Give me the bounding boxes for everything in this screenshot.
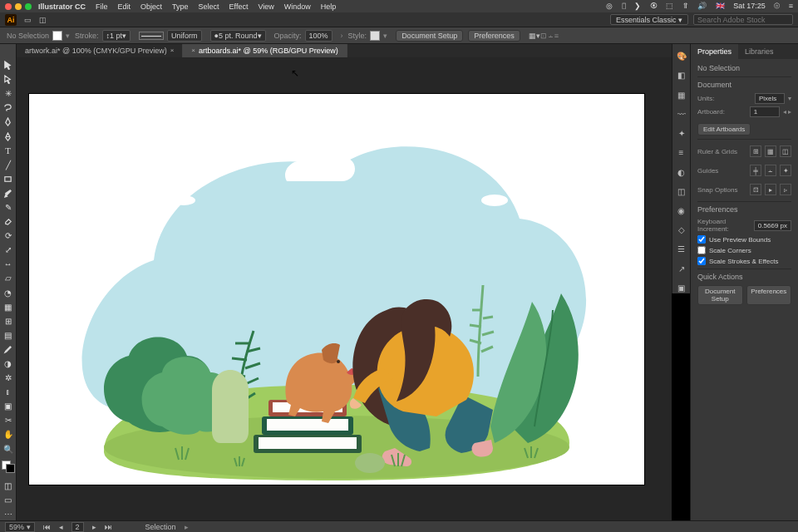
column-graph-tool[interactable]: ⫾ bbox=[2, 386, 15, 398]
flag-icon[interactable]: 🇬🇧 bbox=[716, 2, 725, 10]
fill-swatch[interactable] bbox=[52, 31, 62, 41]
line-tool[interactable]: ╱ bbox=[2, 159, 15, 171]
artboards-panel-icon[interactable]: ▣ bbox=[676, 283, 687, 293]
bridge-icon[interactable]: ▭ bbox=[22, 14, 33, 26]
stroke-weight-field[interactable]: ↕ 1 pt ▾ bbox=[102, 30, 131, 42]
units-select[interactable]: Pixels bbox=[755, 93, 785, 104]
window-controls[interactable] bbox=[5, 3, 32, 10]
spotlight-icon[interactable]: ⦾ bbox=[774, 2, 780, 10]
style-swatch[interactable] bbox=[370, 31, 380, 41]
tab-libraries[interactable]: Libraries bbox=[738, 44, 781, 59]
opacity-field[interactable]: 100% bbox=[305, 30, 332, 42]
snap-pixel-icon[interactable]: ▹ bbox=[780, 184, 791, 195]
slice-tool[interactable]: ✂ bbox=[2, 414, 15, 426]
notifications-icon[interactable]: ≡ bbox=[789, 2, 793, 10]
selection-tool[interactable] bbox=[2, 59, 15, 71]
document-tab[interactable]: artwork.ai* @ 100% (CMYK/GPU Preview)× bbox=[17, 44, 183, 57]
eraser-tool[interactable] bbox=[2, 215, 15, 228]
arrange-icon[interactable]: ◫ bbox=[37, 14, 48, 26]
magic-wand-tool[interactable]: ✳ bbox=[2, 87, 15, 100]
curvature-tool[interactable] bbox=[2, 130, 15, 142]
blend-tool[interactable]: ◑ bbox=[2, 357, 15, 370]
artboard-nav-last[interactable]: ⏭ bbox=[105, 523, 112, 531]
artboard-current[interactable]: 2 bbox=[71, 522, 84, 532]
symbol-sprayer-tool[interactable]: ✲ bbox=[2, 372, 15, 384]
stroke-profile-name[interactable]: Uniform bbox=[167, 30, 202, 42]
panel-icon[interactable]: ⫠ bbox=[547, 32, 554, 40]
eyedropper-tool[interactable] bbox=[2, 343, 15, 356]
clock[interactable]: Sat 17:25 bbox=[733, 2, 766, 10]
artboard-nav[interactable]: ◂ ▸ bbox=[783, 108, 791, 116]
stroke-panel-icon[interactable]: ≡ bbox=[676, 147, 687, 158]
menu-select[interactable]: Select bbox=[199, 2, 219, 11]
scale-corners-checkbox[interactable]: Scale Corners bbox=[697, 246, 791, 254]
artboard-nav-first[interactable]: ⏮ bbox=[43, 523, 51, 531]
transparency-panel-icon[interactable]: ◫ bbox=[676, 186, 687, 197]
gradient-tool[interactable]: ▤ bbox=[2, 329, 15, 342]
menu-view[interactable]: View bbox=[258, 2, 273, 11]
paintbrush-tool[interactable] bbox=[2, 187, 15, 200]
color-guide-icon[interactable]: ◧ bbox=[676, 70, 687, 81]
panel-icon[interactable]: ⊡ bbox=[540, 32, 547, 40]
width-tool[interactable]: ↔ bbox=[2, 258, 15, 270]
direct-selection-tool[interactable] bbox=[2, 73, 15, 86]
preferences-button[interactable]: Preferences bbox=[468, 30, 520, 42]
close-icon[interactable]: × bbox=[170, 44, 175, 57]
graphic-styles-icon[interactable]: ◇ bbox=[676, 224, 687, 235]
menu-effect[interactable]: Effect bbox=[229, 2, 249, 11]
snap-point-icon[interactable]: ⊡ bbox=[750, 184, 761, 195]
mesh-tool[interactable]: ⊞ bbox=[2, 315, 15, 328]
transparency-grid-icon[interactable]: ◫ bbox=[780, 145, 791, 157]
pen-tool[interactable] bbox=[2, 116, 15, 128]
smart-guides-icon[interactable]: ✦ bbox=[780, 165, 791, 176]
document-tab[interactable]: ×artboards.ai* @ 59% (RGB/GPU Preview) bbox=[183, 44, 347, 57]
menu-type[interactable]: Type bbox=[172, 2, 189, 11]
gradient-panel-icon[interactable]: ◐ bbox=[676, 166, 687, 177]
document-setup-button[interactable]: Document Setup bbox=[396, 30, 463, 42]
guides-lock-icon[interactable]: ⫠ bbox=[765, 165, 776, 176]
rotate-tool[interactable]: ⟳ bbox=[2, 229, 15, 242]
edit-artboards-button[interactable]: Edit Artboards bbox=[697, 123, 751, 135]
wifi-icon[interactable]: ⥣ bbox=[682, 2, 689, 10]
align-icon[interactable]: ▦▾ bbox=[529, 32, 540, 40]
artboard-index[interactable]: 1 bbox=[750, 106, 780, 117]
hand-tool[interactable]: ✋ bbox=[2, 428, 15, 441]
artboard-nav-prev[interactable]: ◂ bbox=[59, 523, 63, 531]
dropbox-icon[interactable]: ⬚ bbox=[666, 2, 673, 10]
swatches-panel-icon[interactable]: ▦ bbox=[676, 89, 687, 100]
edit-toolbar[interactable]: ⋯ bbox=[2, 508, 15, 520]
workspace-switcher[interactable]: Essentials Classic ▾ bbox=[610, 14, 688, 25]
stock-search-input[interactable] bbox=[693, 14, 793, 25]
tab-properties[interactable]: Properties bbox=[691, 44, 738, 59]
qa-document-setup-button[interactable]: Document Setup bbox=[697, 285, 743, 305]
draw-mode[interactable]: ◫ bbox=[2, 480, 15, 492]
grid-icon[interactable]: ▦ bbox=[765, 145, 776, 157]
ruler-icon[interactable]: ⊞ bbox=[750, 145, 761, 157]
menu-file[interactable]: File bbox=[96, 2, 108, 11]
zoom-field[interactable]: 59% ▾ bbox=[5, 522, 35, 532]
perspective-tool[interactable]: ▦ bbox=[2, 301, 15, 313]
keyboard-increment-field[interactable]: 0.5669 px bbox=[754, 220, 791, 231]
appearance-panel-icon[interactable]: ◉ bbox=[676, 205, 687, 216]
zoom-tool[interactable]: 🔍 bbox=[2, 443, 15, 456]
menu-window[interactable]: Window bbox=[284, 2, 311, 11]
artboard-tool[interactable]: ▣ bbox=[2, 400, 15, 412]
menu-object[interactable]: Object bbox=[140, 2, 162, 11]
brush-definition[interactable]: ● 5 pt. Round ▾ bbox=[210, 30, 266, 42]
shaper-tool[interactable]: ✎ bbox=[2, 201, 15, 214]
color-panel-icon[interactable]: 🎨 bbox=[676, 51, 687, 62]
snap-grid-icon[interactable]: ▸ bbox=[765, 184, 776, 195]
rectangle-tool[interactable] bbox=[2, 173, 15, 185]
panel-icon[interactable]: ≡ bbox=[554, 32, 559, 40]
menu-edit[interactable]: Edit bbox=[118, 2, 131, 11]
free-transform-tool[interactable]: ▱ bbox=[2, 272, 15, 284]
scale-tool[interactable]: ⤢ bbox=[2, 244, 15, 256]
stroke-profile[interactable] bbox=[139, 32, 164, 40]
shape-builder-tool[interactable]: ◔ bbox=[2, 287, 15, 299]
type-tool[interactable]: T bbox=[2, 145, 15, 157]
artboard-nav-next[interactable]: ▸ bbox=[92, 523, 96, 531]
screen-mode[interactable]: ▭ bbox=[2, 494, 15, 506]
artboard[interactable] bbox=[29, 94, 644, 485]
volume-icon[interactable]: 🔊 bbox=[697, 2, 707, 10]
symbols-panel-icon[interactable]: ✦ bbox=[676, 128, 687, 139]
